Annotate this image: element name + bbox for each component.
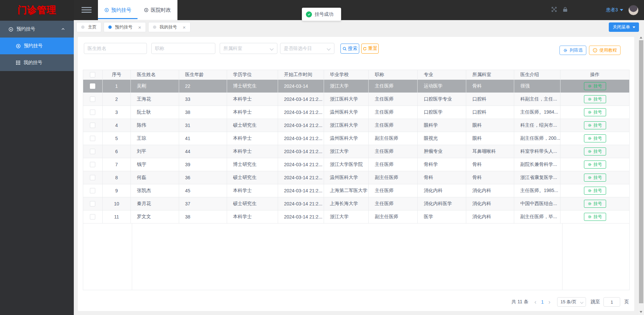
doctor-name-input[interactable]: 医生姓名 bbox=[84, 43, 147, 54]
next-page-icon[interactable]: › bbox=[546, 299, 552, 306]
prev-page-icon[interactable]: ‹ bbox=[532, 299, 538, 306]
cell-start: 2024-03-14 bbox=[278, 80, 324, 92]
register-button[interactable]: 挂号 bbox=[584, 95, 606, 103]
cell-major: 骨科学 bbox=[418, 158, 466, 171]
table-row[interactable]: 9张凯杰45本科学士2024-03-14 21:2...上海第二军医大学主任医师… bbox=[83, 184, 630, 197]
register-button[interactable]: 挂号 bbox=[584, 213, 606, 221]
cell-title: 主任医师 bbox=[369, 184, 418, 197]
route-tab-home[interactable]: 主页 bbox=[76, 22, 101, 32]
table-row[interactable]: 2王海花33本科学士2024-03-14 21:2...浙江医科大学主任医师口腔… bbox=[83, 93, 630, 106]
row-select-cell bbox=[83, 119, 103, 132]
row-checkbox[interactable] bbox=[90, 97, 95, 102]
cell-age: 38 bbox=[179, 210, 227, 223]
cell-school: 浙江医科大学 bbox=[324, 93, 369, 106]
register-button[interactable]: 挂号 bbox=[584, 161, 606, 169]
table-row[interactable]: 4陈伟31硕士研究生2024-03-14 21:2...浙江医科大学主任医师眼科… bbox=[83, 119, 630, 132]
scrollbar-thumb[interactable] bbox=[639, 40, 643, 303]
route-tab-my-registration[interactable]: 我的挂号 × bbox=[148, 22, 191, 32]
route-tab-appointment[interactable]: 预约挂号 × bbox=[104, 22, 146, 32]
title-input[interactable]: 职称 bbox=[151, 43, 215, 54]
register-button[interactable]: 挂号 bbox=[584, 82, 606, 90]
fullscreen-icon[interactable] bbox=[551, 6, 557, 14]
cell-title: 主任医师 bbox=[369, 106, 418, 119]
cell-title: 主任医师 bbox=[369, 158, 418, 171]
close-icon[interactable]: × bbox=[138, 24, 141, 30]
page-size-select[interactable]: 15 条/页 bbox=[557, 297, 586, 307]
column-filter-button[interactable]: 列筛选 bbox=[559, 46, 586, 55]
register-button[interactable]: 挂号 bbox=[584, 200, 606, 208]
cell-action: 挂号 bbox=[560, 145, 630, 158]
cell-start: 2024-03-14 21:2... bbox=[278, 210, 324, 223]
sidebar-item-appointment-group[interactable]: 预约挂号 bbox=[0, 21, 74, 38]
table-row[interactable]: 11罗文文38本科学士2024-03-14 21:2...浙江大学副主任医师医学… bbox=[83, 210, 630, 224]
tutorial-button[interactable]: ? 使用教程 bbox=[589, 46, 621, 55]
cell-school: 温州医科大学 bbox=[324, 132, 369, 145]
sidebar-item-my-registration[interactable]: 我的挂号 bbox=[0, 54, 74, 71]
table-row[interactable]: 6刘平44本科学士2024-03-14 21:2...浙江大学主任医师肿瘤专业耳… bbox=[83, 145, 630, 158]
select-all-checkbox[interactable] bbox=[90, 72, 95, 77]
scroll-up-icon[interactable] bbox=[640, 37, 642, 39]
register-button[interactable]: 挂号 bbox=[584, 121, 606, 129]
cell-age: 36 bbox=[179, 171, 227, 184]
register-button[interactable]: 挂号 bbox=[584, 134, 606, 142]
cell-school: 浙江大学医学院 bbox=[324, 158, 369, 171]
cell-major: 骨科 bbox=[418, 171, 466, 184]
table-row[interactable]: 7钱宇39博士研究生2024-03-14 21:2...浙江大学医学院主任医师骨… bbox=[83, 158, 630, 171]
row-checkbox[interactable] bbox=[90, 162, 95, 167]
cell-dept: 消化内科 bbox=[466, 197, 514, 210]
search-button[interactable]: 搜索 bbox=[340, 44, 359, 54]
row-checkbox[interactable] bbox=[90, 136, 95, 141]
cell-start: 2024-03-14 21:2... bbox=[278, 145, 324, 158]
cell-index: 11 bbox=[103, 210, 131, 223]
tab-appointment[interactable]: 预约挂号 bbox=[98, 0, 138, 20]
close-menu-button[interactable]: 关闭菜单 bbox=[609, 22, 639, 32]
cell-degree: 本科学士 bbox=[227, 145, 278, 158]
avatar[interactable] bbox=[628, 5, 639, 15]
register-button[interactable]: 挂号 bbox=[584, 187, 606, 195]
col-header: 操作 bbox=[560, 70, 630, 79]
jump-label: 跳至 bbox=[591, 299, 600, 305]
cell-dept: 骨科 bbox=[466, 171, 514, 184]
scrollbar[interactable] bbox=[638, 35, 644, 315]
lock-icon[interactable] bbox=[562, 6, 568, 14]
table-row[interactable]: 5王琼41本科学士2024-03-14 21:2...温州医科大学副主任医师眼视… bbox=[83, 132, 630, 145]
menu-toggle-icon[interactable] bbox=[82, 7, 92, 13]
table-row[interactable]: 3阮士耿38本科学士2024-03-14 21:2...温州医科大学主任医师口腔… bbox=[83, 106, 630, 119]
cell-age: 39 bbox=[179, 158, 227, 171]
row-select-cell bbox=[83, 106, 103, 119]
cell-intro: 科副主任，主任... bbox=[514, 93, 560, 106]
target-icon bbox=[8, 27, 13, 32]
sidebar-menu: 预约挂号 预约挂号 我的挂号 bbox=[0, 21, 74, 71]
table-row[interactable]: 1吴刚22博士研究生2024-03-14浙江大学主任医师运动医学骨科很强挂号 bbox=[83, 80, 630, 93]
row-checkbox[interactable] bbox=[90, 201, 95, 206]
tab-hospital-news[interactable]: 医院时政 bbox=[138, 0, 177, 20]
row-checkbox[interactable] bbox=[90, 110, 95, 115]
sidebar-item-appointment[interactable]: 预约挂号 bbox=[0, 38, 74, 54]
row-checkbox[interactable] bbox=[90, 83, 95, 89]
cell-major: 运动医学 bbox=[418, 80, 466, 92]
table-row[interactable]: 10秦月花37硕士研究生2024-03-14 21:2...上海长海大学主任医师… bbox=[83, 197, 630, 210]
close-icon[interactable]: × bbox=[183, 24, 186, 30]
cell-dept: 消化内科 bbox=[466, 184, 514, 197]
row-checkbox[interactable] bbox=[90, 175, 95, 180]
scroll-down-icon[interactable] bbox=[640, 311, 642, 313]
register-button[interactable]: 挂号 bbox=[584, 174, 606, 182]
cell-action: 挂号 bbox=[560, 158, 630, 171]
cell-start: 2024-03-14 21:2... bbox=[278, 119, 324, 132]
cell-title: 主任医师 bbox=[369, 119, 418, 132]
table-empty-area bbox=[83, 224, 630, 290]
register-button[interactable]: 挂号 bbox=[584, 147, 606, 155]
current-page[interactable]: 1 bbox=[538, 299, 546, 305]
col-header: 序号 bbox=[103, 70, 131, 79]
table-row[interactable]: 8何磊36硕士研究生2024-03-14 21:2...温州医科大学副主任医师骨… bbox=[83, 171, 630, 184]
jump-page-input[interactable]: 1 bbox=[603, 297, 620, 307]
reset-button[interactable]: 重置 bbox=[361, 44, 379, 54]
row-checkbox[interactable] bbox=[90, 123, 95, 128]
row-checkbox[interactable] bbox=[90, 149, 95, 154]
today-filter-select[interactable]: 是否筛选今日 bbox=[280, 43, 334, 54]
department-select[interactable]: 所属科室 bbox=[220, 43, 277, 54]
row-checkbox[interactable] bbox=[90, 214, 95, 219]
row-checkbox[interactable] bbox=[90, 188, 95, 193]
register-button[interactable]: 挂号 bbox=[584, 108, 606, 116]
user-name[interactable]: 患者3 bbox=[606, 7, 618, 13]
